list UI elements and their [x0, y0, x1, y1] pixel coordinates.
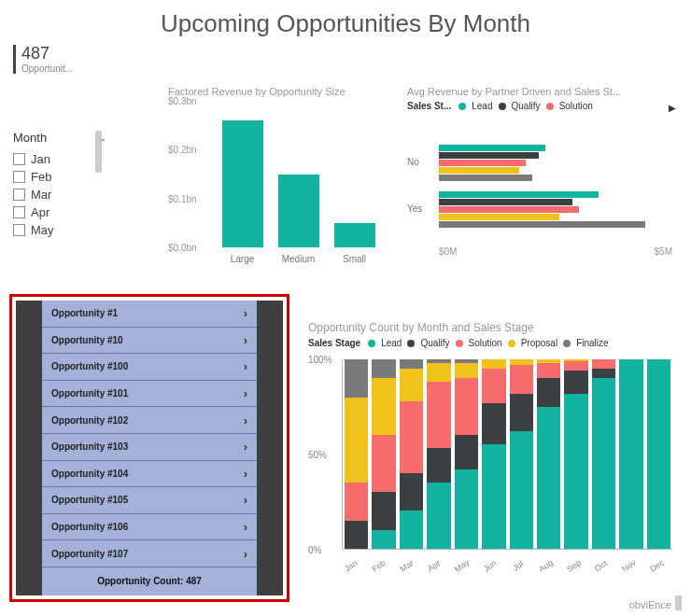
bar-segment[interactable]	[619, 359, 642, 549]
bar-segment[interactable]	[510, 431, 533, 549]
slicer-item[interactable]: Apr	[13, 203, 106, 221]
stacked-bar[interactable]	[647, 359, 670, 549]
bar-segment[interactable]	[592, 359, 615, 369]
bar[interactable]	[439, 175, 532, 181]
checkbox-icon[interactable]	[13, 171, 25, 183]
bar-segment[interactable]	[400, 473, 423, 511]
bar[interactable]	[439, 191, 599, 198]
list-item[interactable]: Opportunity #104›	[42, 461, 257, 488]
chevron-right-icon[interactable]: ›	[244, 333, 247, 347]
bar-segment[interactable]	[427, 382, 450, 448]
bar-segment[interactable]	[482, 359, 505, 369]
stacked-bar[interactable]	[619, 359, 642, 549]
stacked-bar[interactable]	[345, 359, 368, 549]
bar[interactable]	[439, 160, 526, 166]
chevron-right-icon[interactable]: ›	[244, 547, 247, 561]
chevron-right-icon[interactable]: ›	[244, 493, 247, 507]
bar-segment[interactable]	[372, 359, 395, 378]
bar-segment[interactable]	[400, 369, 423, 401]
stacked-bar[interactable]	[455, 359, 478, 549]
bar-segment[interactable]	[372, 435, 395, 492]
bar-segment[interactable]	[345, 398, 368, 483]
stacked-bar[interactable]	[482, 359, 505, 549]
chevron-right-icon[interactable]: ›	[244, 413, 247, 427]
slicer-item[interactable]: Feb	[13, 168, 106, 186]
list-item[interactable]: Opportunity #100›	[42, 354, 257, 381]
bar-segment[interactable]	[400, 359, 423, 369]
checkbox-icon[interactable]	[13, 206, 25, 218]
checkbox-icon[interactable]	[13, 153, 25, 165]
bar-segment[interactable]	[372, 378, 395, 435]
chevron-right-icon[interactable]: ›	[244, 440, 247, 454]
stacked-bar[interactable]	[537, 359, 560, 549]
stacked-bar[interactable]	[372, 359, 395, 549]
bar-segment[interactable]	[564, 361, 587, 371]
chart-factored-revenue[interactable]: Factored Revenue by Opportunity Size $0.…	[168, 86, 388, 282]
slicer-scrollbar[interactable]	[95, 131, 102, 173]
bar-segment[interactable]	[537, 363, 560, 378]
chart-avg-revenue[interactable]: Avg Revenue by Partner Driven and Sales …	[407, 86, 678, 282]
bar[interactable]	[439, 206, 579, 213]
bar-segment[interactable]	[427, 363, 450, 382]
bar[interactable]	[334, 223, 375, 247]
bar-segment[interactable]	[455, 378, 478, 435]
bar-segment[interactable]	[564, 371, 587, 393]
stacked-bar[interactable]	[592, 359, 615, 549]
bar[interactable]	[439, 145, 545, 151]
opportunity-list-visual[interactable]: Opportunity #1›Opportunity #10›Opportuni…	[9, 294, 289, 602]
bar-segment[interactable]	[537, 407, 560, 549]
month-slicer[interactable]: Month ⌄ JanFebMarAprMay	[13, 131, 106, 239]
bar-segment[interactable]	[455, 469, 478, 549]
bar-segment[interactable]	[345, 359, 368, 398]
bar-segment[interactable]	[564, 394, 587, 549]
list-item[interactable]: Opportunity #10›	[42, 328, 257, 355]
bar-segment[interactable]	[510, 365, 533, 393]
bar-segment[interactable]	[345, 521, 368, 549]
bar-segment[interactable]	[372, 530, 395, 549]
chart-opportunity-count[interactable]: Opportunity Count by Month and Sales Sta…	[308, 321, 678, 601]
list-item[interactable]: Opportunity #106›	[42, 514, 257, 541]
bar[interactable]	[439, 199, 572, 205]
checkbox-icon[interactable]	[13, 189, 25, 201]
bar-segment[interactable]	[455, 363, 478, 378]
bar-segment[interactable]	[482, 369, 505, 403]
list-item[interactable]: Opportunity #1›	[42, 301, 257, 328]
bar[interactable]	[439, 214, 559, 220]
slicer-item[interactable]: May	[13, 221, 106, 239]
legend-next-icon[interactable]: ▶	[669, 103, 676, 113]
bar[interactable]	[439, 152, 539, 159]
list-item[interactable]: Opportunity #101›	[42, 381, 257, 408]
chevron-right-icon[interactable]: ›	[244, 306, 247, 320]
list-item[interactable]: Opportunity #107›	[42, 540, 257, 567]
bar-segment[interactable]	[537, 378, 560, 406]
chevron-right-icon[interactable]: ›	[244, 359, 247, 373]
bar-segment[interactable]	[592, 378, 615, 549]
bar-segment[interactable]	[400, 401, 423, 473]
slicer-header[interactable]: Month ⌄	[13, 131, 106, 145]
stacked-bar[interactable]	[510, 359, 533, 549]
bar-segment[interactable]	[372, 492, 395, 530]
slicer-item[interactable]: Mar	[13, 186, 106, 203]
bar-segment[interactable]	[482, 444, 505, 549]
bar-segment[interactable]	[510, 394, 533, 432]
stacked-bar[interactable]	[400, 359, 423, 549]
chevron-right-icon[interactable]: ›	[244, 467, 247, 481]
bar[interactable]	[439, 221, 645, 228]
stacked-bar[interactable]	[427, 359, 450, 549]
bar-segment[interactable]	[482, 403, 505, 445]
stacked-bar[interactable]	[564, 359, 587, 549]
list-item[interactable]: Opportunity #105›	[42, 487, 257, 514]
bar[interactable]	[439, 167, 519, 174]
bar-segment[interactable]	[400, 511, 423, 549]
bar-segment[interactable]	[427, 483, 450, 549]
bar-segment[interactable]	[427, 448, 450, 483]
bar[interactable]	[278, 175, 319, 248]
bar-segment[interactable]	[647, 359, 670, 549]
chevron-right-icon[interactable]: ›	[244, 386, 247, 400]
checkbox-icon[interactable]	[13, 224, 25, 236]
chevron-right-icon[interactable]: ›	[244, 520, 247, 534]
slicer-item[interactable]: Jan	[13, 150, 106, 168]
bar-segment[interactable]	[592, 369, 615, 378]
list-item[interactable]: Opportunity #103›	[42, 434, 257, 461]
bar-segment[interactable]	[455, 435, 478, 469]
